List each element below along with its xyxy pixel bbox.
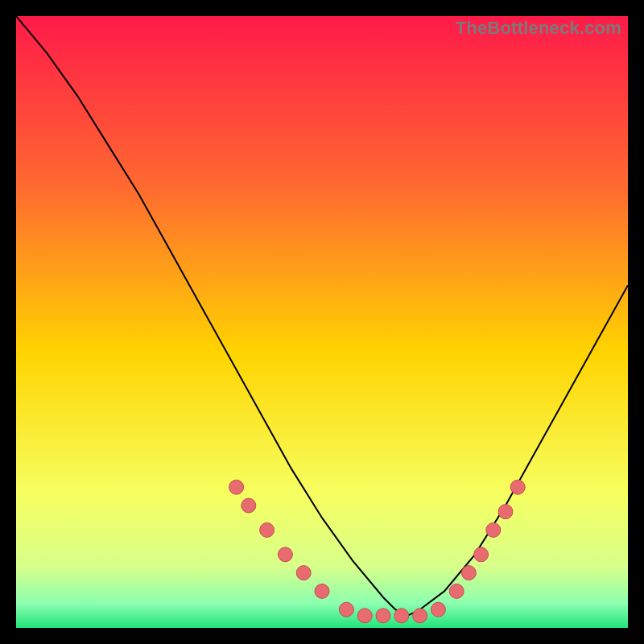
chart-frame: TheBottleneck.com bbox=[16, 16, 628, 628]
chart-svg bbox=[16, 16, 628, 628]
watermark-text: TheBottleneck.com bbox=[456, 18, 621, 39]
data-point bbox=[260, 522, 275, 537]
data-point bbox=[413, 609, 427, 623]
data-point bbox=[339, 602, 353, 617]
gradient-background bbox=[16, 16, 628, 628]
data-point bbox=[449, 584, 464, 598]
data-point bbox=[315, 584, 329, 598]
data-point bbox=[229, 480, 244, 494]
data-point bbox=[394, 609, 409, 623]
data-point bbox=[242, 498, 256, 513]
data-point bbox=[278, 547, 292, 562]
data-point bbox=[498, 505, 513, 519]
data-point bbox=[357, 609, 372, 623]
data-point bbox=[474, 547, 489, 562]
data-point bbox=[431, 602, 445, 617]
data-point bbox=[461, 566, 476, 580]
data-point bbox=[376, 609, 390, 623]
data-point bbox=[296, 566, 311, 580]
data-point bbox=[486, 522, 501, 537]
data-point bbox=[510, 480, 525, 494]
